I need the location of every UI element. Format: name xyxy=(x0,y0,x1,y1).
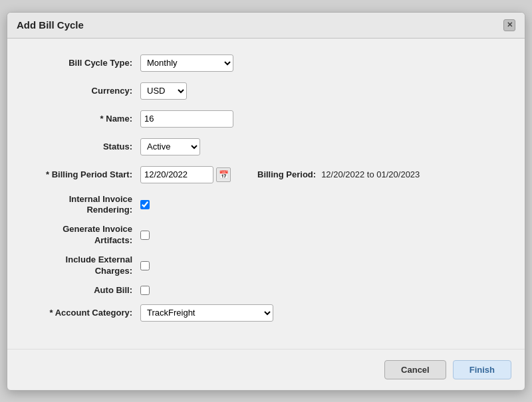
bill-cycle-type-label: Bill Cycle Type: xyxy=(34,58,140,68)
cancel-button[interactable]: Cancel xyxy=(384,360,446,379)
close-button[interactable]: ✕ xyxy=(503,19,515,31)
currency-label: Currency: xyxy=(34,86,140,96)
bill-cycle-type-row: Bill Cycle Type: Monthly Weekly Quarterl… xyxy=(34,54,498,72)
add-bill-cycle-dialog: Add Bill Cycle ✕ Bill Cycle Type: Monthl… xyxy=(7,12,525,391)
name-label: * Name: xyxy=(34,114,140,124)
name-input[interactable] xyxy=(140,110,233,128)
account-category-select[interactable]: TrackFreight Option2 xyxy=(140,304,273,322)
status-select[interactable]: Active Inactive xyxy=(140,138,200,155)
auto-bill-row: Auto Bill: xyxy=(34,285,498,296)
internal-invoice-rendering-label: Internal InvoiceRendering: xyxy=(34,194,140,217)
internal-invoice-rendering-row: Internal InvoiceRendering: xyxy=(34,194,498,217)
account-category-label: * Account Category: xyxy=(34,308,140,318)
currency-row: Currency: USD EUR GBP xyxy=(34,82,498,100)
currency-select[interactable]: USD EUR GBP xyxy=(140,82,187,100)
include-external-charges-label: Include ExternalCharges: xyxy=(34,254,140,277)
billing-period-start-label: * Billing Period Start: xyxy=(34,169,140,179)
billing-period-label: Billing Period: xyxy=(257,169,316,179)
finish-button[interactable]: Finish xyxy=(453,360,511,379)
dialog-footer: Cancel Finish xyxy=(7,349,525,390)
account-category-row: * Account Category: TrackFreight Option2 xyxy=(34,304,498,322)
billing-period-value: 12/20/2022 to 01/20/2023 xyxy=(321,169,420,179)
auto-bill-checkbox[interactable] xyxy=(140,286,150,295)
name-row: * Name: xyxy=(34,110,498,128)
generate-invoice-artifacts-row: Generate InvoiceArtifacts: xyxy=(34,224,498,247)
dialog-header: Add Bill Cycle ✕ xyxy=(7,13,525,39)
date-wrapper: 📅 xyxy=(140,166,231,183)
auto-bill-label: Auto Bill: xyxy=(34,285,140,296)
billing-period-info: Billing Period: 12/20/2022 to 01/20/2023 xyxy=(257,169,420,179)
include-external-charges-row: Include ExternalCharges: xyxy=(34,254,498,277)
bill-cycle-type-select[interactable]: Monthly Weekly Quarterly Yearly xyxy=(140,54,233,72)
billing-period-start-row: * Billing Period Start: 📅 Billing Period… xyxy=(34,166,498,183)
internal-invoice-rendering-checkbox[interactable] xyxy=(140,200,150,209)
include-external-charges-checkbox[interactable] xyxy=(140,261,150,270)
status-row: Status: Active Inactive xyxy=(34,138,498,155)
status-label: Status: xyxy=(34,142,140,151)
generate-invoice-artifacts-label: Generate InvoiceArtifacts: xyxy=(34,224,140,247)
billing-period-start-input[interactable] xyxy=(140,166,213,183)
generate-invoice-artifacts-checkbox[interactable] xyxy=(140,231,150,240)
dialog-title: Add Bill Cycle xyxy=(17,19,84,31)
dialog-body: Bill Cycle Type: Monthly Weekly Quarterl… xyxy=(7,39,525,349)
calendar-icon[interactable]: 📅 xyxy=(216,167,231,182)
